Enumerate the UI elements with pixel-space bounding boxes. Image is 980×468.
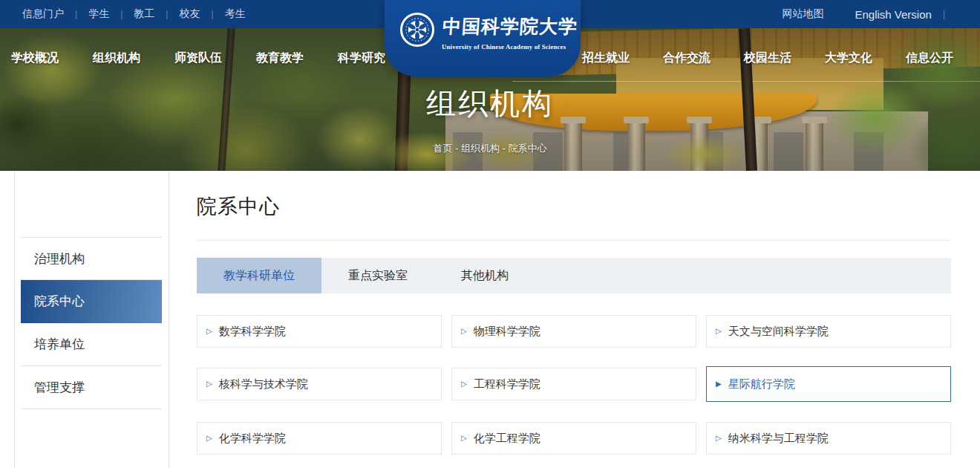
main-nav-link-left-2[interactable]: 师资队伍 <box>174 43 222 73</box>
tab-1[interactable]: 重点实验室 <box>321 258 434 293</box>
main-nav-link-left-0[interactable]: 学校概况 <box>11 43 59 73</box>
department-label: 天文与空间科学学院 <box>728 325 829 339</box>
department-label: 物理科学学院 <box>474 325 540 339</box>
content-area: 治理机构院系中心培养单位管理支撑 院系中心 教学科研单位重点实验室其他机构 ▷数… <box>0 171 980 468</box>
page: 信息门户|学生|教工|校友|考生 网站地图English Version| 学校… <box>0 0 980 468</box>
main-nav-link-right-4[interactable]: 信息公开 <box>906 43 953 73</box>
page-title: 院系中心 <box>197 193 951 220</box>
separator: | <box>75 9 77 19</box>
department-label: 星际航行学院 <box>728 377 795 391</box>
triangle-arrow-icon: ▷ <box>461 328 467 335</box>
sidebar-nav: 治理机构院系中心培养单位管理支撑 <box>21 237 162 409</box>
department-grid: ▷数学科学学院▷物理科学学院▷天文与空间科学学院▷核科学与技术学院▷工程科学学院… <box>197 315 951 455</box>
main-nav-link-right-0[interactable]: 招生就业 <box>582 43 630 73</box>
triangle-arrow-icon: ▷ <box>461 435 467 442</box>
utility-links-right: 网站地图English Version| <box>782 7 956 21</box>
sidebar-item-1[interactable]: 院系中心 <box>21 280 162 323</box>
triangle-arrow-icon: ▷ <box>716 435 722 442</box>
department-label: 化学科学学院 <box>219 432 286 446</box>
breadcrumb: 首页 - 组织机构 - 院系中心 <box>0 142 980 155</box>
department-link-highlighted[interactable]: ▶星际航行学院 <box>706 366 951 402</box>
sidebar-item-0[interactable]: 治理机构 <box>21 237 162 280</box>
utility-link-3[interactable]: 校友 <box>179 7 200 21</box>
triangle-arrow-icon: ▷ <box>206 380 212 388</box>
department-link[interactable]: ▷核科学与技术学院 <box>197 368 442 400</box>
separator: | <box>211 9 213 19</box>
main-nav-link-right-3[interactable]: 大学文化 <box>825 43 872 73</box>
ucas-emblem-icon <box>399 12 435 48</box>
triangle-arrow-icon: ▷ <box>461 380 467 388</box>
breadcrumb-item-1[interactable]: 组织机构 <box>461 143 500 154</box>
main-panel: 院系中心 教学科研单位重点实验室其他机构 ▷数学科学学院▷物理科学学院▷天文与空… <box>197 171 951 455</box>
tab-2[interactable]: 其他机构 <box>434 258 535 293</box>
department-link[interactable]: ▷纳米科学与工程学院 <box>706 422 951 455</box>
main-nav-right: 招生就业合作交流校园生活大学文化信息公开 <box>582 43 953 73</box>
separator: | <box>120 9 122 19</box>
utility-link-1[interactable]: 学生 <box>88 7 109 21</box>
sidebar-item-3[interactable]: 管理支撑 <box>21 366 162 409</box>
department-link[interactable]: ▷天文与空间科学学院 <box>706 315 951 348</box>
separator: | <box>166 9 168 19</box>
main-nav-link-left-4[interactable]: 科学研究 <box>338 43 385 73</box>
department-link[interactable]: ▷化学科学学院 <box>197 422 442 455</box>
department-label: 纳米科学与工程学院 <box>728 432 829 446</box>
sidebar-item-2[interactable]: 培养单位 <box>21 323 162 366</box>
tab-0[interactable]: 教学科研单位 <box>197 258 321 293</box>
english-version-link[interactable]: English Version <box>855 8 931 21</box>
department-link[interactable]: ▷数学科学学院 <box>197 315 442 348</box>
triangle-arrow-icon: ▶ <box>716 380 722 388</box>
department-label: 数学科学学院 <box>219 325 286 339</box>
main-nav-link-right-1[interactable]: 合作交流 <box>663 43 710 73</box>
university-logo[interactable]: 中国科学院大学 University of Chinese Academy of… <box>385 0 581 77</box>
utility-link-2[interactable]: 教工 <box>134 7 154 21</box>
divider <box>197 240 951 241</box>
sidebar: 治理机构院系中心培养单位管理支撑 <box>14 171 169 468</box>
utility-link-0[interactable]: 信息门户 <box>22 7 64 21</box>
page-banner-title: 组织机构 <box>0 83 980 124</box>
department-link[interactable]: ▷化学工程学院 <box>451 422 696 455</box>
main-nav-link-left-3[interactable]: 教育教学 <box>256 43 304 73</box>
department-label: 工程科学学院 <box>474 377 540 391</box>
breadcrumb-item-2: 院系中心 <box>509 143 547 154</box>
main-nav-left: 学校概况组织机构师资队伍教育教学科学研究 <box>11 43 385 73</box>
department-link[interactable]: ▷物理科学学院 <box>451 315 696 348</box>
university-name-en: University of Chinese Academy of Science… <box>442 43 566 51</box>
utility-links-left: 信息门户|学生|教工|校友|考生 <box>22 7 246 21</box>
breadcrumb-item-0[interactable]: 首页 <box>433 143 452 154</box>
site-map-link[interactable]: 网站地图 <box>782 7 823 21</box>
department-link[interactable]: ▷工程科学学院 <box>451 368 696 400</box>
triangle-arrow-icon: ▷ <box>206 435 212 442</box>
university-name-cn: 中国科学院大学 <box>442 14 578 39</box>
utility-link-4[interactable]: 考生 <box>225 7 246 21</box>
department-label: 化学工程学院 <box>474 432 540 446</box>
main-nav-link-left-1[interactable]: 组织机构 <box>93 43 140 73</box>
separator: | <box>943 9 945 19</box>
triangle-arrow-icon: ▷ <box>206 328 212 335</box>
department-label: 核科学与技术学院 <box>219 377 308 391</box>
main-nav-link-right-2[interactable]: 校园生活 <box>744 43 791 73</box>
tab-bar: 教学科研单位重点实验室其他机构 <box>197 258 951 293</box>
triangle-arrow-icon: ▷ <box>716 328 722 335</box>
